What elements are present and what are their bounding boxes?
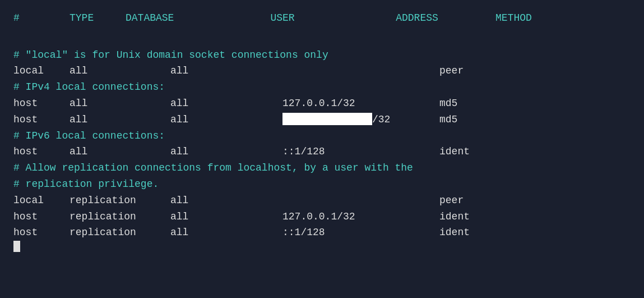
cell-type: host bbox=[13, 95, 70, 112]
header-address: ADDRESS bbox=[339, 10, 495, 26]
cell-type: host bbox=[13, 112, 70, 128]
cell-type: host bbox=[13, 209, 70, 225]
row-local-replication: localreplicationallpeer bbox=[13, 192, 631, 209]
cell-type: host bbox=[13, 144, 70, 160]
row-local-all: localallallpeer bbox=[13, 63, 631, 79]
row-host-ipv6: hostallall::1/128ident bbox=[13, 144, 631, 160]
cell-database: all bbox=[70, 63, 170, 79]
header-type: TYPE bbox=[70, 10, 126, 26]
cursor-line bbox=[13, 241, 631, 252]
redacted-ip bbox=[282, 113, 372, 125]
cell-user: all bbox=[170, 144, 282, 160]
cell-type: local bbox=[13, 63, 70, 79]
cell-user: all bbox=[170, 209, 282, 225]
cell-user: all bbox=[170, 224, 282, 241]
cell-type: local bbox=[13, 192, 70, 209]
cell-method: peer bbox=[439, 192, 464, 209]
cell-method: ident bbox=[439, 224, 470, 241]
comment-allow-replication: # Allow replication connections from loc… bbox=[13, 160, 631, 176]
cell-method: ident bbox=[439, 144, 470, 160]
terminal-cursor bbox=[13, 241, 20, 252]
terminal-window: #TYPEDATABASEUSERADDRESSMETHOD # "local"… bbox=[0, 0, 644, 298]
comment-ipv6: # IPv6 local connections: bbox=[13, 128, 631, 144]
comment-replication-priv: # replication privilege. bbox=[13, 176, 631, 192]
table-header: #TYPEDATABASEUSERADDRESSMETHOD bbox=[13, 10, 631, 26]
row-host-replication-ipv6: hostreplicationall::1/128ident bbox=[13, 224, 631, 241]
cell-database: replication bbox=[70, 209, 170, 225]
cell-database: replication bbox=[70, 192, 170, 209]
cell-method: md5 bbox=[439, 95, 457, 112]
cell-user: all bbox=[170, 192, 282, 209]
cell-method: md5 bbox=[439, 112, 457, 128]
cell-address: ::1/128 bbox=[282, 224, 439, 241]
cell-database: all bbox=[70, 112, 170, 128]
cell-database: all bbox=[70, 144, 170, 160]
row-host-ipv4-2: hostallall/32md5 bbox=[13, 112, 631, 128]
comment-ipv4: # IPv4 local connections: bbox=[13, 79, 631, 95]
cell-address: 127.0.0.1/32 bbox=[282, 209, 439, 225]
row-host-ipv4-1: hostallall127.0.0.1/32md5 bbox=[13, 95, 631, 112]
cell-type: host bbox=[13, 224, 70, 241]
comment-local-desc: # "local" is for Unix domain socket conn… bbox=[13, 47, 631, 63]
cell-address: /32 bbox=[282, 112, 439, 128]
header-hash: # bbox=[13, 10, 70, 26]
cell-address: 127.0.0.1/32 bbox=[282, 95, 439, 112]
cell-user: all bbox=[170, 112, 282, 128]
cell-user: all bbox=[170, 95, 282, 112]
row-host-replication-ipv4: hostreplicationall127.0.0.1/32ident bbox=[13, 209, 631, 225]
header-method: METHOD bbox=[495, 10, 532, 26]
cell-database: replication bbox=[70, 224, 170, 241]
header-user: USER bbox=[226, 10, 339, 26]
cell-user: all bbox=[170, 63, 282, 79]
cell-method: ident bbox=[439, 209, 470, 225]
cell-method: peer bbox=[439, 63, 464, 79]
cell-database: all bbox=[70, 95, 170, 112]
cell-address: ::1/128 bbox=[282, 144, 439, 160]
address-suffix: /32 bbox=[372, 114, 390, 125]
empty-line-1 bbox=[13, 31, 631, 47]
header-database: DATABASE bbox=[126, 10, 226, 26]
